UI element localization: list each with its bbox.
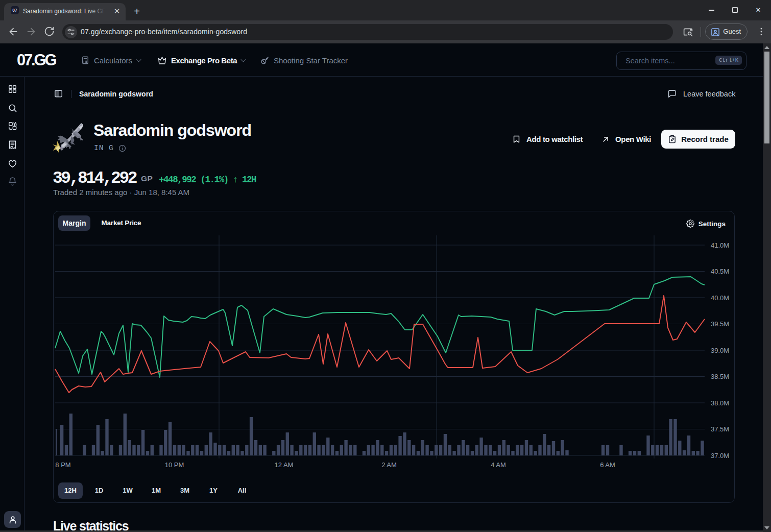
svg-text:39.0M: 39.0M — [711, 347, 729, 354]
svg-text:40.0M: 40.0M — [711, 294, 729, 302]
svg-text:6 AM: 6 AM — [600, 461, 615, 469]
svg-text:4 AM: 4 AM — [491, 461, 506, 469]
svg-text:37.5M: 37.5M — [711, 425, 729, 433]
svg-text:41.0M: 41.0M — [711, 241, 729, 249]
svg-text:40.5M: 40.5M — [711, 268, 729, 275]
svg-text:8 PM: 8 PM — [55, 461, 70, 469]
svg-text:38.0M: 38.0M — [711, 399, 729, 407]
svg-text:2 AM: 2 AM — [381, 461, 397, 469]
svg-text:37.0M: 37.0M — [711, 452, 729, 460]
svg-text:12 AM: 12 AM — [275, 461, 294, 469]
svg-text:39.5M: 39.5M — [711, 320, 729, 328]
svg-text:38.5M: 38.5M — [711, 373, 729, 380]
svg-text:10 PM: 10 PM — [165, 461, 184, 469]
